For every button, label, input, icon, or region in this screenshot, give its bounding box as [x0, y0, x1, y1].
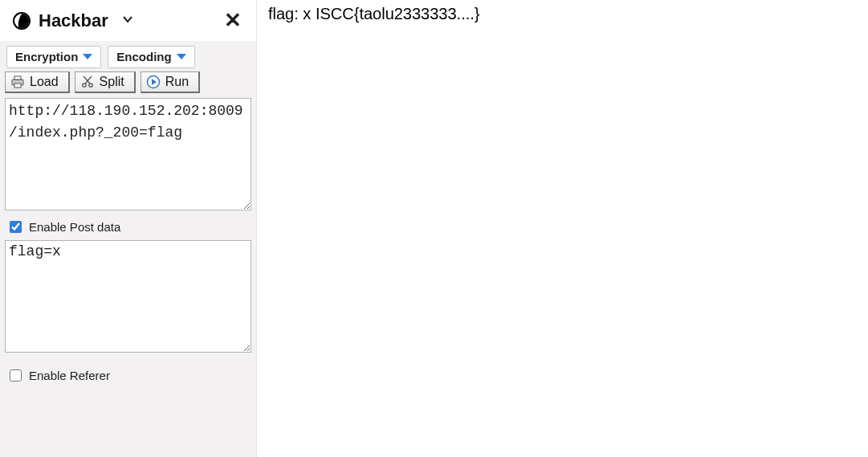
load-button[interactable]: Load: [5, 71, 70, 93]
scissors-icon: [80, 75, 95, 89]
enable-post-row: Enable Post data: [0, 214, 256, 240]
flag-output: flag: x ISCC{taolu2333333....}: [268, 5, 857, 23]
hackbar-logo-icon: [13, 12, 31, 30]
chevron-down-icon: [121, 13, 134, 29]
run-label: Run: [165, 75, 189, 89]
content-panel: flag: x ISCC{taolu2333333....}: [257, 0, 868, 457]
hackbar-header: Hackbar ✕: [0, 0, 256, 41]
encryption-label: Encryption: [15, 50, 78, 63]
svg-point-4: [88, 84, 92, 87]
enable-post-checkbox[interactable]: [10, 221, 22, 233]
url-textarea[interactable]: [5, 98, 251, 210]
close-button[interactable]: ✕: [221, 8, 245, 33]
post-textarea[interactable]: [5, 240, 251, 353]
split-label: Split: [100, 75, 124, 89]
dropdown-row: Encryption Encoding: [0, 41, 256, 71]
svg-point-3: [82, 84, 85, 87]
enable-referer-row: Enable Referer: [0, 362, 256, 389]
dropdown-arrow-icon: [177, 54, 186, 59]
enable-post-label[interactable]: Enable Post data: [29, 220, 120, 234]
encoding-dropdown[interactable]: Encoding: [108, 46, 194, 68]
enable-referer-label[interactable]: Enable Referer: [29, 369, 110, 382]
hackbar-title-group[interactable]: Hackbar: [13, 10, 134, 31]
url-textarea-wrap: [0, 98, 256, 214]
svg-rect-1: [14, 76, 21, 80]
app-root: Hackbar ✕ Encryption Encoding: [0, 0, 868, 457]
sidebar-panel: Hackbar ✕ Encryption Encoding: [0, 0, 257, 457]
enable-referer-checkbox[interactable]: [10, 369, 22, 382]
split-button[interactable]: Split: [75, 71, 136, 93]
action-row: Load Split: [0, 71, 256, 98]
load-label: Load: [30, 75, 59, 89]
dropdown-arrow-icon: [83, 54, 92, 59]
run-button[interactable]: Run: [141, 71, 200, 93]
close-icon: ✕: [224, 8, 242, 32]
svg-rect-2: [14, 84, 21, 88]
encoding-label: Encoding: [116, 50, 171, 63]
play-icon: [146, 75, 161, 89]
hackbar-title: Hackbar: [39, 10, 108, 31]
post-textarea-wrap: [0, 240, 256, 356]
printer-icon: [10, 75, 25, 89]
encryption-dropdown[interactable]: Encryption: [6, 46, 101, 68]
